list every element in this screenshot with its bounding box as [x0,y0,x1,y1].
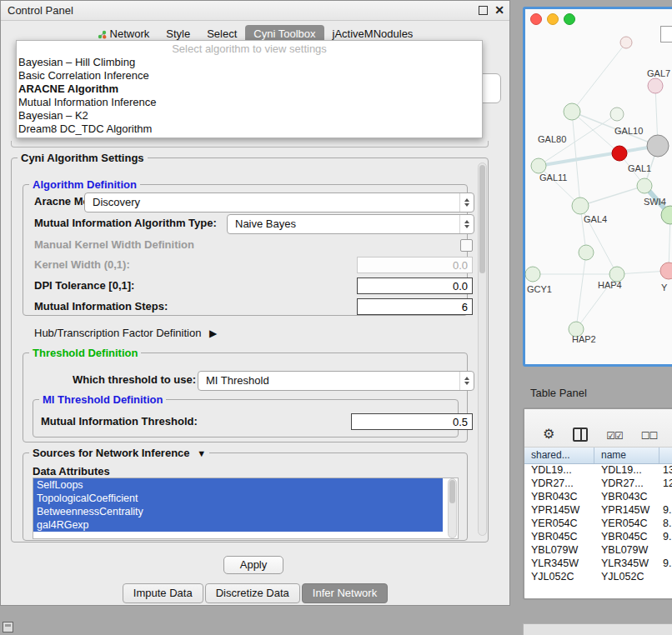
table-cell: YER054C [594,517,659,530]
threshold-definition-title: Threshold Definition [29,347,141,359]
aracne-mode-value: Discovery [85,194,459,211]
attribute-item[interactable]: TopologicalCoefficient [33,492,443,505]
network-node[interactable] [572,198,589,214]
bottom-tab-impute-data[interactable]: Impute Data [123,583,203,603]
network-node[interactable] [564,103,580,120]
node-label: GAL11 [539,172,567,182]
network-node[interactable] [647,135,669,157]
network-node[interactable] [648,78,663,93]
table-row[interactable]: YBR043CYBR043C [524,490,672,503]
column-header[interactable]: name [594,448,659,463]
manual-kernel-label: Manual Kernel Width Definition [34,236,194,254]
network-node[interactable] [531,158,546,173]
window-close-button[interactable] [530,13,542,25]
bottom-panel-edge [523,623,672,635]
settings-scrollbar[interactable] [478,162,487,536]
algorithm-option[interactable]: Bayesian – K2 [17,109,482,122]
table-row[interactable]: YLR345WYLR345W9. [524,557,672,570]
algorithm-option[interactable]: Basic Correlation Inference [17,69,482,82]
combo-stepper-icon [459,193,474,212]
network-node[interactable] [525,267,540,282]
table-cell: 9. [659,530,672,543]
table-row[interactable]: YDL19...YDL19...13 [524,463,672,477]
which-threshold-combobox[interactable]: MI Threshold [198,371,474,391]
hub-definition-label: Hub/Transcription Factor Definition [34,327,201,339]
table-cell: YLR345W [524,557,594,570]
table-row[interactable]: YJL052CYJL052C [524,570,672,583]
expand-arrow-icon: ▶ [209,328,217,339]
table-row[interactable]: YDR27...YDR27...12 [524,477,672,490]
bottom-tab-infer-network[interactable]: Infer Network [302,583,388,603]
table-panel-toolbar: ⚙ ☑☑ ☐☐ [524,409,672,448]
manual-kernel-checkbox[interactable] [460,239,473,252]
attribute-item[interactable]: gal4RGexp [33,518,443,532]
table-cell: YER054C [524,517,594,530]
mi-threshold-field[interactable] [351,413,473,430]
algorithm-option[interactable]: Bayesian – Hill Climbing [17,56,482,69]
deselect-all-icon[interactable]: ☐☐ [641,430,658,442]
network-node[interactable] [660,262,672,279]
table-row[interactable]: YBR045CYBR045C9. [524,530,672,543]
network-tab-icon [98,30,107,39]
table-cell: YBR043C [594,490,659,503]
table-cell: YPR145W [594,503,659,517]
table-cell [659,543,672,557]
algorithm-option[interactable]: Mutual Information Inference [17,96,482,109]
network-canvas[interactable]: GAL7GAL80GAL10GAL1GAL11SWI4GAL4GCY1HAP4Y… [525,9,672,364]
table-header: shared...name [524,448,672,464]
node-label: GAL4 [584,214,607,224]
mi-threshold-label: Mutual Information Threshold: [41,412,198,431]
sources-group-title[interactable]: Sources for Network Inference ▼ [29,447,209,459]
bottom-tab-discretize-data[interactable]: Discretize Data [205,583,300,603]
column-header[interactable]: shared... [524,448,594,463]
mi-steps-field[interactable] [357,298,473,315]
table-cell: YDL19... [594,463,659,477]
network-node[interactable] [620,37,632,48]
window-minimize-button[interactable] [547,13,559,25]
kernel-width-field[interactable] [357,257,473,273]
apply-button[interactable]: Apply [223,556,283,574]
select-all-icon[interactable]: ☑☑ [606,430,623,442]
table-cell: YBL079W [594,543,659,557]
attributes-scrollbar-thumb[interactable] [449,480,455,503]
data-attributes-list[interactable]: SelfLoopsTopologicalCoefficientBetweenne… [33,478,459,539]
network-edge [572,42,626,112]
settings-scrollbar-thumb[interactable] [479,165,485,273]
minimized-panel-icon[interactable] [3,622,13,632]
table-row[interactable]: YER054CYER054C8. [524,517,672,530]
window-zoom-button[interactable] [564,13,575,25]
aracne-mode-combobox[interactable]: Discovery [84,192,474,212]
columns-icon[interactable] [573,428,588,442]
network-edge [580,186,644,206]
table-cell: 9. [659,557,672,570]
table-cell: 9. [659,503,672,517]
attribute-item[interactable]: SelfLoops [33,478,443,492]
network-node[interactable] [579,245,594,260]
node-label: Y [661,282,668,292]
algorithm-option[interactable]: Dream8 DC_TDC Algorithm [17,122,482,136]
close-icon[interactable]: ✕ [494,4,504,16]
network-node[interactable] [637,178,652,193]
node-label: GAL7 [647,68,670,78]
network-node[interactable] [610,108,624,121]
network-node[interactable] [612,146,627,161]
table-cell: YDL19... [524,463,594,477]
gear-icon[interactable]: ⚙ [543,427,554,442]
table-row[interactable]: YPR145WYPR145W9. [524,503,672,517]
float-window-icon[interactable] [479,6,488,15]
column-header[interactable] [659,448,672,463]
mi-type-label: Mutual Information Algorithm Type: [34,214,217,232]
collapse-arrow-icon: ▼ [197,448,206,458]
attribute-item[interactable]: BetweennessCentrality [33,505,443,518]
attributes-scrollbar[interactable] [448,478,457,538]
mi-type-combobox[interactable]: Naive Bayes [227,214,474,234]
algorithm-option[interactable]: ARACNE Algorithm [17,82,482,96]
table-cell: YDR27... [594,477,659,490]
table-body: YDL19...YDL19...13YDR27...YDR27...12YBR0… [524,463,672,583]
dpi-tolerance-field[interactable] [357,278,473,294]
node-label: GAL1 [628,163,651,173]
table-cell: 12 [659,477,672,490]
table-row[interactable]: YBL079WYBL079W [524,543,672,557]
sources-title-text: Sources for Network Inference [33,447,190,459]
hub-definition-toggle[interactable]: Hub/Transcription Factor Definition ▶ [34,326,217,341]
